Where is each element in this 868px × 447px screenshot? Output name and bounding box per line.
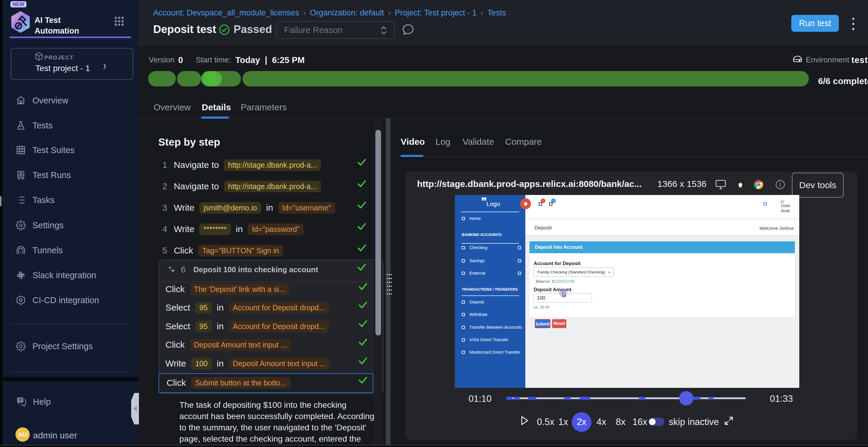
svg-text:?: ? xyxy=(19,398,22,403)
